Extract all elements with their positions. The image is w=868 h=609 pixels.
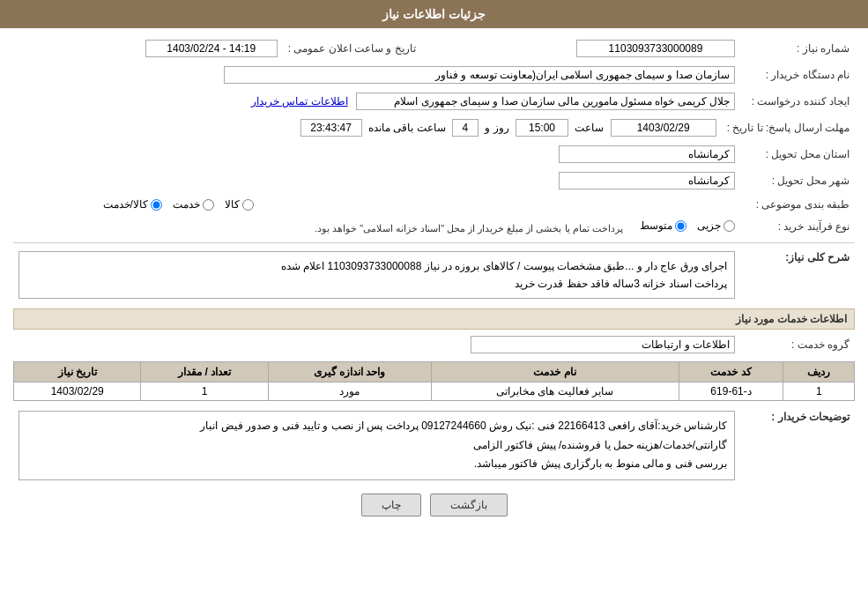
purchase-radio-partial[interactable] <box>723 220 735 232</box>
cell-date: 1403/02/29 <box>14 382 141 401</box>
cell-quantity: 1 <box>141 382 268 401</box>
province-value: کرمانشاه <box>559 145 735 163</box>
divider-1 <box>13 242 855 243</box>
buyer-notes-text: کارشناس خرید:آقای رافعی 22166413 فنی :نی… <box>200 420 727 470</box>
purchase-radio-medium[interactable] <box>675 220 686 232</box>
remaining-days-value: 4 <box>452 119 479 137</box>
category-radio-goods-service[interactable] <box>151 199 162 211</box>
back-button[interactable]: بازگشت <box>430 494 508 516</box>
service-group-value: اطلاعات و ارتباطات <box>471 336 735 353</box>
city-label: شهر محل تحویل : <box>740 169 855 192</box>
category-option-goods-service[interactable]: کالا/خدمت <box>103 198 162 211</box>
cell-row: 1 <box>783 382 855 401</box>
purchase-type-note: پرداخت تمام یا بخشی از مبلغ خریدار از مح… <box>315 223 623 234</box>
purchase-option-medium[interactable]: متوسط <box>640 219 686 232</box>
response-time-value: 15:00 <box>516 119 568 137</box>
cell-name: سایر فعالیت های مخابراتی <box>431 382 679 401</box>
category-radio-goods[interactable] <box>242 199 254 211</box>
category-radio-service[interactable] <box>203 199 214 211</box>
buyer-notes-box: کارشناس خرید:آقای رافعی 22166413 فنی :نی… <box>19 411 735 480</box>
category-label-service: خدمت <box>173 198 200 211</box>
col-header-name: نام خدمت <box>431 362 679 382</box>
category-option-goods[interactable]: کالا <box>225 198 254 211</box>
purchase-option-partial[interactable]: جزیی <box>697 219 735 232</box>
cell-code: د-61-619 <box>679 382 783 401</box>
service-group-label: گروه خدمت : <box>740 333 855 356</box>
service-table: ردیف کد خدمت نام خدمت واحد اندازه گیری ت… <box>13 361 855 401</box>
city-value: کرمانشاه <box>559 172 735 189</box>
purchase-label-medium: متوسط <box>640 219 672 232</box>
bottom-buttons: بازگشت چاپ <box>13 494 855 525</box>
remaining-time-value: 23:43:47 <box>300 119 362 137</box>
category-label: طبقه بندی موضوعی : <box>740 196 855 213</box>
announce-datetime-value: 1403/02/24 - 14:19 <box>145 40 278 57</box>
page-title: جزئیات اطلاعات نیاز <box>382 7 486 21</box>
category-label-goods: کالا <box>225 198 240 211</box>
response-time-label: ساعت <box>575 122 604 134</box>
need-description-line2: پرداخت اسناد خزانه 3ساله فاقد حفظ قدرت خ… <box>515 278 727 290</box>
buyer-org-label: نام دستگاه خریدار : <box>740 63 855 86</box>
purchase-type-label: نوع فرآیند خرید : <box>740 217 855 237</box>
announce-datetime-label: تاریخ و ساعت اعلان عمومی : <box>283 37 421 60</box>
creator-label: ایجاد کننده درخواست : <box>740 90 855 113</box>
buyer-org-value: سازمان صدا و سیمای جمهوری اسلامی ایران(م… <box>224 66 735 84</box>
buyer-notes-label: توضیحات خریدار : <box>771 411 849 423</box>
page-header: جزئیات اطلاعات نیاز <box>0 0 868 28</box>
remaining-time-label: ساعت باقی مانده <box>368 122 446 134</box>
response-date-value: 1403/02/29 <box>611 119 716 137</box>
col-header-qty: تعداد / مقدار <box>141 362 268 382</box>
table-row: 1د-61-619سایر فعالیت های مخابراتیمورد114… <box>14 382 855 401</box>
need-description-box: اجرای ورق عاج دار و ...طبق مشخصات پیوست … <box>19 251 735 300</box>
col-header-unit: واحد اندازه گیری <box>268 362 431 382</box>
category-option-service[interactable]: خدمت <box>173 198 214 211</box>
col-header-code: کد خدمت <box>679 362 783 382</box>
need-number-label: شماره نیاز : <box>740 37 855 60</box>
creator-contact-link[interactable]: اطلاعات تماس خریدار <box>251 95 348 108</box>
creator-value: جلال کریمی خواه مسئول مامورین مالی سازما… <box>356 93 735 110</box>
col-header-row: ردیف <box>783 362 855 382</box>
category-radio-group: کالا/خدمت خدمت کالا <box>103 198 736 211</box>
purchase-label-partial: جزیی <box>697 219 721 232</box>
need-number-value: 1103093733000089 <box>576 40 735 57</box>
cell-unit: مورد <box>268 382 431 401</box>
category-label-goods-service: کالا/خدمت <box>103 198 148 211</box>
print-button[interactable]: چاپ <box>361 494 421 516</box>
response-deadline-label: مهلت ارسال پاسخ: تا تاریخ : <box>722 116 855 139</box>
need-description-line1: اجرای ورق عاج دار و ...طبق مشخصات پیوست … <box>281 260 727 272</box>
remaining-days-label: روز و <box>485 122 508 134</box>
service-info-section-title: اطلاعات خدمات مورد نیاز <box>13 308 855 330</box>
province-label: استان محل تحویل : <box>740 143 855 166</box>
col-header-date: تاریخ نیاز <box>14 362 141 382</box>
need-description-section-title: شرح کلی نیاز: <box>785 251 849 264</box>
